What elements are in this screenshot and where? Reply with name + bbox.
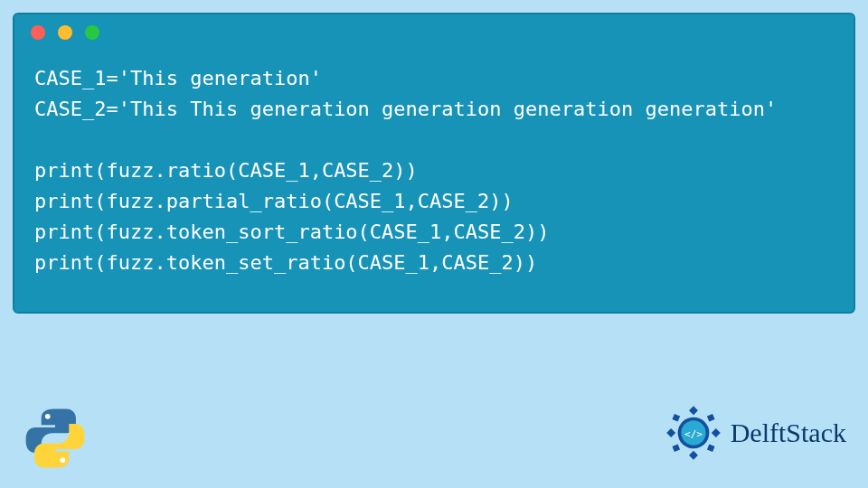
svg-marker-5 [712,428,721,437]
python-icon [24,407,87,470]
code-line: print(fuzz.token_set_ratio(CASE_1,CASE_2… [34,251,537,274]
svg-marker-3 [689,451,698,460]
maximize-icon[interactable] [85,25,99,40]
delftstack-branding: </> DelftStack [665,405,846,461]
svg-point-0 [45,414,51,419]
svg-point-1 [60,457,65,463]
svg-marker-8 [672,444,680,452]
code-block: CASE_1='This generation' CASE_2='This Th… [14,51,854,295]
code-line: print(fuzz.token_sort_ratio(CASE_1,CASE_… [34,221,550,243]
svg-marker-6 [672,414,680,422]
svg-marker-4 [666,428,675,437]
minimize-icon[interactable] [58,25,72,40]
code-line: print(fuzz.ratio(CASE_1,CASE_2)) [34,159,418,182]
code-line: CASE_2='This This generation generation … [34,98,777,120]
window-titlebar [14,14,854,51]
svg-marker-7 [707,414,715,422]
code-line: CASE_1='This generation' [34,67,322,89]
code-window: CASE_1='This generation' CASE_2='This Th… [13,13,855,314]
code-line: print(fuzz.partial_ratio(CASE_1,CASE_2)) [34,190,514,212]
close-icon[interactable] [31,25,45,40]
svg-marker-9 [707,444,715,452]
svg-marker-2 [689,406,698,415]
delftstack-label: DelftStack [731,418,846,448]
delftstack-logo-icon: </> [665,405,722,461]
svg-text:</>: </> [684,428,703,440]
